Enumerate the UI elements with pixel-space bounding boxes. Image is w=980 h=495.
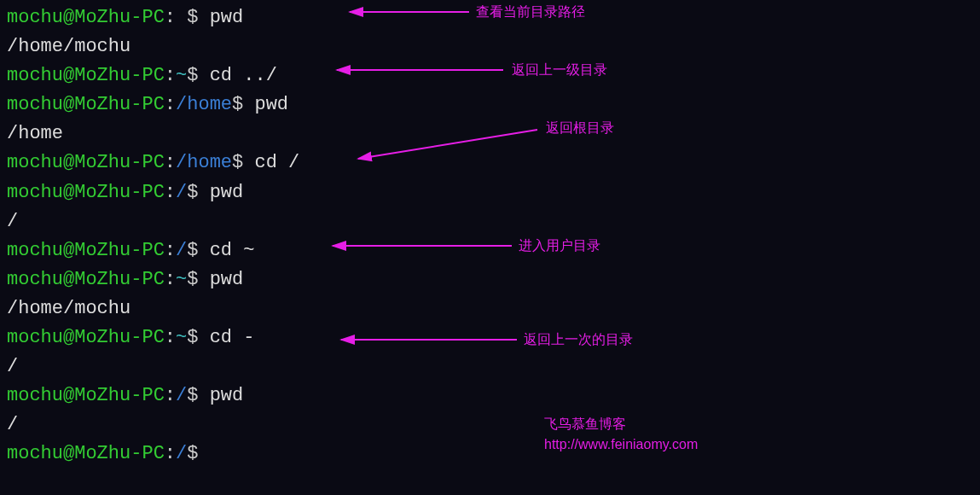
command: pwd <box>210 7 244 28</box>
command: cd ~ <box>210 240 255 261</box>
path: / <box>176 240 187 261</box>
output-text: /home/mochu <box>7 36 130 57</box>
separator: : <box>165 152 176 173</box>
terminal-output: /home/mochu <box>7 294 973 323</box>
separator: : <box>165 240 176 261</box>
prompt-symbol: $ <box>187 7 209 28</box>
prompt-symbol: $ <box>187 182 209 203</box>
command: cd - <box>210 327 255 348</box>
terminal-prompt: mochu@MoZhu-PC:~$ pwd <box>7 265 973 294</box>
user: mochu@MoZhu-PC <box>7 385 165 406</box>
path: /home <box>176 152 232 173</box>
terminal-prompt: mochu@MoZhu-PC:/$ cd ~ <box>7 236 973 265</box>
output-text: /home <box>7 123 63 144</box>
terminal-prompt: mochu@MoZhu-PC:/home$ cd / <box>7 148 973 178</box>
user: mochu@MoZhu-PC <box>7 327 165 348</box>
prompt-symbol: $ <box>187 65 209 86</box>
separator: : <box>165 65 176 86</box>
separator: : <box>165 7 176 28</box>
separator: : <box>165 327 176 348</box>
separator: : <box>165 385 176 406</box>
user: mochu@MoZhu-PC <box>7 240 165 261</box>
separator: : <box>165 182 176 203</box>
user: mochu@MoZhu-PC <box>7 65 165 86</box>
prompt-symbol: $ <box>187 269 209 290</box>
path: / <box>176 182 187 203</box>
output-text: /home/mochu <box>7 298 130 319</box>
output-text: / <box>7 356 18 377</box>
terminal-output: /home <box>7 119 973 148</box>
terminal-output: / <box>7 352 973 381</box>
user: mochu@MoZhu-PC <box>7 443 165 464</box>
prompt-symbol: $ <box>187 327 209 348</box>
terminal-prompt: mochu@MoZhu-PC:/$ pwd <box>7 381 973 411</box>
terminal-prompt: mochu@MoZhu-PC:~$ cd ../ <box>7 61 973 90</box>
user: mochu@MoZhu-PC <box>7 182 165 203</box>
user: mochu@MoZhu-PC <box>7 7 165 28</box>
user: mochu@MoZhu-PC <box>7 94 165 115</box>
separator: : <box>165 94 176 115</box>
path: / <box>176 443 187 464</box>
terminal-prompt: mochu@MoZhu-PC:~$ cd - <box>7 323 973 352</box>
tilde-path: ~ <box>176 327 187 348</box>
command: pwd <box>210 385 244 406</box>
tilde-path: ~ <box>176 269 187 290</box>
terminal-prompt: mochu@MoZhu-PC: $ pwd <box>7 3 973 32</box>
output-text: / <box>7 211 18 232</box>
prompt-symbol: $ <box>232 152 254 173</box>
command: pwd <box>210 182 244 203</box>
path: /home <box>176 94 232 115</box>
terminal-output: /home/mochu <box>7 32 973 61</box>
prompt-symbol: $ <box>187 240 209 261</box>
user: mochu@MoZhu-PC <box>7 152 165 173</box>
separator: : <box>165 269 176 290</box>
user: mochu@MoZhu-PC <box>7 269 165 290</box>
separator: : <box>165 443 176 464</box>
terminal-output: / <box>7 411 973 440</box>
prompt-symbol: $ <box>187 443 198 464</box>
output-text: / <box>7 414 18 435</box>
terminal[interactable]: mochu@MoZhu-PC: $ pwd/home/mochumochu@Mo… <box>0 0 980 473</box>
terminal-prompt: mochu@MoZhu-PC:/home$ pwd <box>7 90 973 119</box>
command: pwd <box>254 94 288 115</box>
terminal-prompt: mochu@MoZhu-PC:/$ pwd <box>7 178 973 207</box>
command: cd ../ <box>210 65 277 86</box>
prompt-symbol: $ <box>232 94 254 115</box>
path <box>176 7 187 28</box>
tilde-path: ~ <box>176 65 187 86</box>
terminal-output: / <box>7 207 973 236</box>
terminal-prompt: mochu@MoZhu-PC:/$ <box>7 440 973 469</box>
prompt-symbol: $ <box>187 385 209 406</box>
path: / <box>176 385 187 406</box>
command: cd / <box>254 152 299 173</box>
command: pwd <box>210 269 244 290</box>
